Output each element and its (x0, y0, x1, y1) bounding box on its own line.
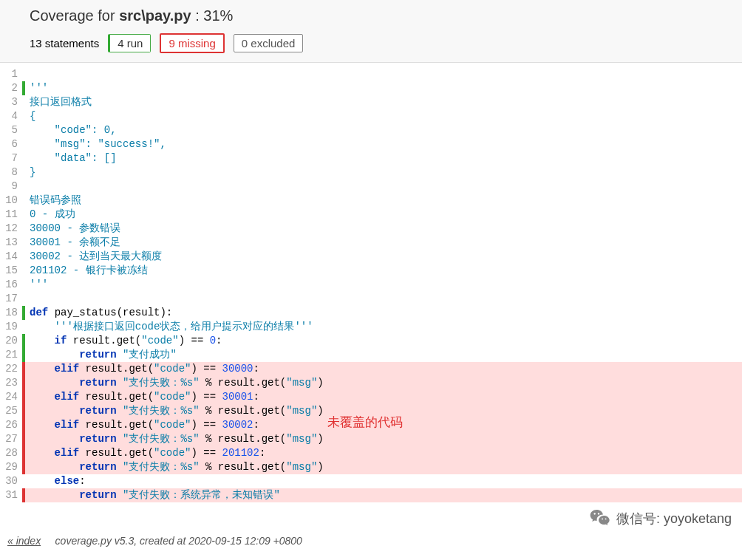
code-text: } (25, 165, 742, 180)
wechat-icon (588, 507, 612, 530)
run-button[interactable]: 4 run (108, 34, 151, 52)
code-text: 201102 - 银行卡被冻结 (25, 264, 742, 278)
code-line: 1330001 - 余额不足 (0, 236, 742, 250)
stats-row: 13 statements 4 run 9 missing 0 excluded (30, 33, 712, 53)
line-number[interactable]: 12 (0, 222, 22, 236)
code-text (25, 67, 742, 81)
line-number[interactable]: 5 (0, 123, 22, 137)
line-number[interactable]: 31 (0, 488, 22, 502)
code-line: 6 "msg": "success!", (0, 137, 742, 151)
annotation-label: 未覆盖的代码 (327, 414, 403, 431)
line-number[interactable]: 18 (0, 306, 22, 320)
code-line: 31 return "支付失败：系统异常，未知错误" (0, 488, 742, 502)
code-line: 1430002 - 达到当天最大额度 (0, 250, 742, 264)
line-number[interactable]: 29 (0, 460, 22, 474)
code-text: def pay_status(result): (25, 306, 742, 320)
code-line: 3接口返回格式 (0, 95, 742, 109)
line-number[interactable]: 14 (0, 250, 22, 264)
code-text: elif result.get("code") == 30000: (25, 362, 742, 376)
code-line: 27 return "支付失败：%s" % result.get("msg") (0, 432, 742, 446)
code-text: ''' (25, 278, 742, 292)
line-number[interactable]: 1 (0, 67, 22, 81)
code-line: 10错误码参照 (0, 194, 742, 208)
line-number[interactable]: 28 (0, 446, 22, 460)
excluded-button[interactable]: 0 excluded (234, 34, 304, 52)
line-number[interactable]: 26 (0, 418, 22, 432)
line-number[interactable]: 20 (0, 334, 22, 348)
code-line: 110 - 成功 (0, 208, 742, 222)
code-line: 21 return "支付成功" (0, 348, 742, 362)
line-number[interactable]: 23 (0, 376, 22, 390)
line-number[interactable]: 8 (0, 165, 22, 180)
code-text: return "支付失败：%s" % result.get("msg") (25, 376, 742, 390)
code-line: 19 '''根据接口返回code状态，给用户提示对应的结果''' (0, 320, 742, 334)
code-text: return "支付失败：%s" % result.get("msg") (25, 460, 742, 474)
code-line: 8} (0, 165, 742, 180)
code-line: 24 elif result.get("code") == 30001: (0, 390, 742, 404)
header: Coverage for src\pay.py : 31% 13 stateme… (0, 0, 742, 63)
page-title: Coverage for src\pay.py : 31% (30, 7, 712, 24)
code-text: 0 - 成功 (25, 208, 742, 222)
line-number[interactable]: 2 (0, 81, 22, 95)
line-number[interactable]: 21 (0, 348, 22, 362)
line-number[interactable]: 11 (0, 208, 22, 222)
code-text: 30002 - 达到当天最大额度 (25, 250, 742, 264)
line-number[interactable]: 27 (0, 432, 22, 446)
line-number[interactable]: 9 (0, 180, 22, 194)
wechat-badge: 微信号: yoyoketang (588, 507, 732, 530)
coverage-label: Coverage for (30, 7, 119, 24)
line-number[interactable]: 30 (0, 474, 22, 488)
line-number[interactable]: 19 (0, 320, 22, 334)
line-number[interactable]: 10 (0, 194, 22, 208)
line-number[interactable]: 22 (0, 362, 22, 376)
code-text: "msg": "success!", (25, 137, 742, 151)
statements-count: 13 statements (30, 37, 99, 49)
line-number[interactable]: 13 (0, 236, 22, 250)
coverage-percent: : 31% (191, 7, 234, 24)
filename: src\pay.py (119, 7, 191, 24)
code-text: "code": 0, (25, 123, 742, 137)
code-text: 30000 - 参数错误 (25, 222, 742, 236)
code-text: else: (25, 474, 742, 488)
code-text: elif result.get("code") == 30001: (25, 390, 742, 404)
code-text: return "支付成功" (25, 348, 742, 362)
line-number[interactable]: 4 (0, 109, 22, 123)
line-number[interactable]: 16 (0, 278, 22, 292)
footer-text: coverage.py v5.3, created at 2020-09-15 … (55, 535, 302, 547)
code-line: 5 "code": 0, (0, 123, 742, 137)
code-line: 30 else: (0, 474, 742, 488)
code-line: 9 (0, 180, 742, 194)
line-number[interactable]: 7 (0, 151, 22, 165)
line-number[interactable]: 3 (0, 95, 22, 109)
code-text: { (25, 109, 742, 123)
wechat-text: 微信号: yoyoketang (616, 510, 732, 527)
code-area: 12'''3接口返回格式4{5 "code": 0,6 "msg": "succ… (0, 67, 742, 502)
line-number[interactable]: 25 (0, 404, 22, 418)
line-number[interactable]: 17 (0, 292, 22, 306)
code-text: ''' (25, 81, 742, 95)
code-line: 17 (0, 292, 742, 306)
code-line: 20 if result.get("code") == 0: (0, 334, 742, 348)
code-line: 18def pay_status(result): (0, 306, 742, 320)
code-line: 2''' (0, 81, 742, 95)
missing-button[interactable]: 9 missing (160, 33, 224, 53)
code-line: 29 return "支付失败：%s" % result.get("msg") (0, 460, 742, 474)
code-text: "data": [] (25, 151, 742, 165)
line-number[interactable]: 24 (0, 390, 22, 404)
code-text: 30001 - 余额不足 (25, 236, 742, 250)
line-number[interactable]: 15 (0, 264, 22, 278)
code-line: 15201102 - 银行卡被冻结 (0, 264, 742, 278)
code-line: 1 (0, 67, 742, 81)
footer: « index coverage.py v5.3, created at 202… (7, 535, 302, 547)
code-line: 1230000 - 参数错误 (0, 222, 742, 236)
code-text: return "支付失败：%s" % result.get("msg") (25, 432, 742, 446)
code-line: 28 elif result.get("code") == 201102: (0, 446, 742, 460)
code-text: if result.get("code") == 0: (25, 334, 742, 348)
code-text: '''根据接口返回code状态，给用户提示对应的结果''' (25, 320, 742, 334)
index-link[interactable]: « index (7, 535, 41, 547)
code-text: 错误码参照 (25, 194, 742, 208)
code-text: 接口返回格式 (25, 95, 742, 109)
line-number[interactable]: 6 (0, 137, 22, 151)
code-text: elif result.get("code") == 201102: (25, 446, 742, 460)
code-line: 16''' (0, 278, 742, 292)
